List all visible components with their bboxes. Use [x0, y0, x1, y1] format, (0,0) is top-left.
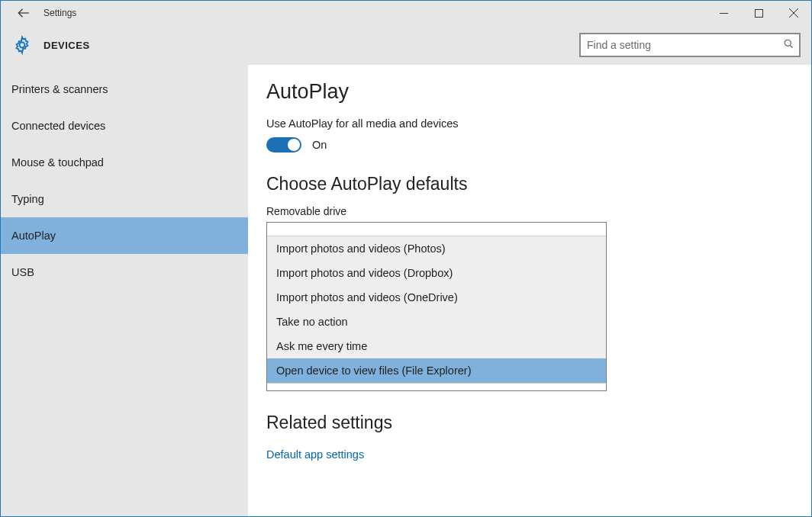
option-label: Ask me every time [276, 340, 367, 352]
back-button[interactable] [14, 4, 33, 22]
toggle-knob [288, 139, 300, 151]
titlebar: Settings [1, 1, 811, 25]
sidebar-item-label: Connected devices [11, 120, 105, 132]
dropdown-option[interactable]: Take no action [267, 310, 606, 334]
default-app-settings-link[interactable]: Default app settings [266, 448, 364, 461]
sidebar-item-label: AutoPlay [11, 230, 56, 242]
option-label: Import photos and videos (OneDrive) [276, 291, 458, 303]
window-controls [706, 2, 811, 24]
dropdown-option[interactable]: Open device to view files (File Explorer… [267, 358, 606, 383]
svg-line-7 [790, 45, 792, 47]
svg-point-6 [785, 40, 791, 46]
dropdown-footer [267, 383, 606, 390]
section-title: DEVICES [44, 40, 90, 51]
related-heading: Related settings [266, 413, 793, 433]
sidebar-item-label: Printers & scanners [11, 83, 108, 95]
header: DEVICES [1, 25, 811, 65]
option-label: Take no action [276, 316, 348, 328]
header-left: DEVICES [11, 34, 90, 56]
dropdown-option[interactable]: Import photos and videos (OneDrive) [267, 285, 606, 310]
gear-icon [11, 34, 33, 56]
sidebar-item-label: USB [11, 266, 34, 278]
page-title: AutoPlay [266, 80, 793, 104]
removable-drive-dropdown[interactable]: Import photos and videos (Photos) Import… [266, 222, 607, 391]
autoplay-toggle[interactable] [266, 137, 301, 153]
svg-point-5 [20, 43, 25, 48]
sidebar: Printers & scanners Connected devices Mo… [1, 65, 248, 516]
window-title: Settings [44, 8, 76, 18]
option-label: Import photos and videos (Dropbox) [276, 267, 453, 279]
defaults-heading: Choose AutoPlay defaults [266, 174, 793, 194]
dropdown-list: Import photos and videos (Photos) Import… [267, 236, 606, 383]
sidebar-item-printers[interactable]: Printers & scanners [1, 71, 248, 108]
close-button[interactable] [776, 2, 811, 24]
content-body: Printers & scanners Connected devices Mo… [1, 65, 811, 516]
removable-drive-label: Removable drive [266, 205, 793, 217]
sidebar-item-label: Mouse & touchpad [11, 156, 104, 169]
dropdown-selected-area [267, 223, 606, 236]
minimize-button[interactable] [706, 2, 741, 24]
sidebar-item-autoplay[interactable]: AutoPlay [1, 217, 248, 254]
autoplay-toggle-caption: Use AutoPlay for all media and devices [266, 117, 793, 130]
toggle-state-label: On [312, 139, 327, 151]
dropdown-option[interactable]: Import photos and videos (Photos) [267, 236, 606, 261]
svg-rect-2 [755, 9, 762, 17]
search-icon [783, 38, 794, 53]
sidebar-item-connected-devices[interactable]: Connected devices [1, 108, 248, 144]
sidebar-item-label: Typing [11, 193, 44, 205]
main-panel: AutoPlay Use AutoPlay for all media and … [248, 65, 811, 516]
search-input[interactable] [587, 39, 783, 51]
search-box[interactable] [579, 33, 801, 57]
sidebar-item-usb[interactable]: USB [1, 254, 248, 291]
sidebar-item-mouse-touchpad[interactable]: Mouse & touchpad [1, 144, 248, 181]
dropdown-option[interactable]: Import photos and videos (Dropbox) [267, 261, 606, 285]
maximize-button[interactable] [741, 2, 776, 24]
sidebar-item-typing[interactable]: Typing [1, 181, 248, 217]
option-label: Open device to view files (File Explorer… [276, 364, 471, 377]
titlebar-left: Settings [1, 4, 76, 22]
dropdown-option[interactable]: Ask me every time [267, 334, 606, 358]
settings-window: Settings DEVICES [0, 0, 812, 517]
option-label: Import photos and videos (Photos) [276, 242, 446, 255]
autoplay-toggle-row: On [266, 137, 793, 153]
